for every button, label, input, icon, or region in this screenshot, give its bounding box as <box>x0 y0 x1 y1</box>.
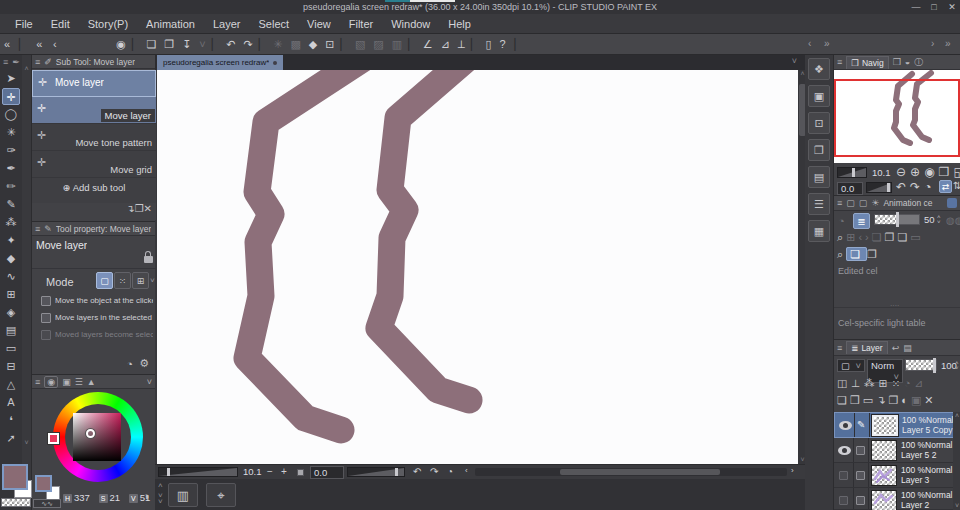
tab-color-set-icon[interactable]: ▣ <box>62 377 71 387</box>
delete-layer-icon[interactable]: ✕ <box>924 394 936 406</box>
canvas[interactable] <box>157 70 798 464</box>
open-file-icon[interactable]: ❐ <box>160 34 178 54</box>
next-cel-icon[interactable]: › <box>865 231 872 243</box>
new-layer-icon[interactable]: ❏ <box>837 394 850 406</box>
timeline-palette-button[interactable]: ▥ <box>168 483 198 507</box>
menu-view[interactable]: View <box>298 14 340 34</box>
unlock-icon[interactable] <box>144 256 153 263</box>
lock-cel-icon[interactable]: ⊞ <box>846 231 858 243</box>
fit-to-screen-icon[interactable]: ◱ <box>953 165 960 179</box>
zoom-out-button[interactable]: − <box>267 466 273 477</box>
subtool-menu-icon[interactable]: ≡ <box>35 57 40 67</box>
rotate-right-button[interactable]: ↷ <box>430 466 438 477</box>
document-tab[interactable]: pseudoregalia screen redraw* <box>157 55 283 70</box>
menu-edit[interactable]: Edit <box>42 14 79 34</box>
visibility-eye-icon[interactable] <box>839 421 852 430</box>
option-checkbox-2[interactable] <box>41 313 51 323</box>
dock-item-bank-icon[interactable]: ▤ <box>808 166 830 188</box>
lock-alpha-icon[interactable]: ⁙ <box>891 377 904 389</box>
tab-item-bank-icon[interactable]: ◒ <box>905 57 910 67</box>
tablet-mode-icon[interactable]: ▯ <box>482 34 496 54</box>
navigator-menu-icon[interactable]: ≡ <box>837 57 842 67</box>
zoom-slider[interactable] <box>158 467 238 477</box>
edit-cel-icon[interactable]: ❏ <box>846 247 867 261</box>
layer-checkbox[interactable] <box>856 496 865 505</box>
enable-mask-icon[interactable]: ◔ <box>904 377 914 389</box>
eyedropper-tool[interactable]: ✑ <box>2 142 20 159</box>
layer-menu-icon[interactable]: ≡ <box>837 343 842 353</box>
tab-layer[interactable]: ≣ Layer <box>846 341 887 354</box>
hue-marker[interactable] <box>48 433 59 444</box>
paste-cel-icon[interactable]: ▭ <box>910 231 923 243</box>
clip-to-layer-icon[interactable]: ◫ <box>837 377 851 389</box>
reset-rotation-button[interactable]: ◔ <box>447 466 453 477</box>
delete-subtool-icon[interactable]: ✕ <box>144 203 152 214</box>
crop-canvas-icon[interactable]: ⊡ <box>321 34 338 54</box>
right-dock-arrow-left-icon[interactable]: ‹ <box>808 34 811 54</box>
rotate-left-icon[interactable]: ↶ <box>896 180 910 194</box>
divider-grip-dots[interactable]: ···· <box>890 302 899 309</box>
far-right-arrow-icon[interactable]: › <box>931 34 934 54</box>
menu-select[interactable]: Select <box>250 14 299 34</box>
layer-opacity-spinner[interactable]: ˄˅ <box>955 361 959 371</box>
lock-layer-icon[interactable]: ⊞ <box>879 377 892 389</box>
hidden-visibility-checkbox[interactable] <box>839 496 848 505</box>
canvas-horizontal-scrollbar[interactable] <box>475 468 787 476</box>
stopwatch-icon[interactable]: ◔ <box>126 358 133 370</box>
rotate-right-icon[interactable]: ↷ <box>910 180 924 194</box>
navigator-rotation-slider[interactable] <box>866 182 892 193</box>
dock-quick-access-icon[interactable]: ❖ <box>808 58 830 80</box>
help-icon[interactable]: ? <box>496 34 510 54</box>
tab-list-caret-icon[interactable]: ˅ <box>792 56 797 66</box>
dock-collapse-left-2-icon[interactable]: « <box>32 34 46 54</box>
blend-tool[interactable]: ∿ <box>2 268 20 285</box>
tab-approx-color-icon[interactable]: ▲ <box>87 377 96 387</box>
fit-to-screen-button[interactable] <box>297 469 304 476</box>
colorwheel-caret-icon[interactable]: ˅ <box>147 377 152 387</box>
tab-color-slider-icon[interactable]: ☰ <box>75 377 83 387</box>
layer-thumbnail[interactable] <box>871 440 897 461</box>
tab-keyframe-icon[interactable]: ▢ <box>859 198 868 208</box>
tool-scroll-up-icon[interactable]: ˄ <box>22 55 31 72</box>
menu-layer[interactable]: Layer <box>204 14 250 34</box>
layer-scroll-down-icon[interactable]: ˅ <box>953 502 960 509</box>
menu-animation[interactable]: Animation <box>137 14 204 34</box>
add-sub-tool-button[interactable]: ⊕ Add sub tool <box>32 182 156 193</box>
new-file-icon[interactable]: ❏ <box>142 34 160 54</box>
layer-thumbnail[interactable] <box>871 490 897 510</box>
light-table-opacity-slider-left[interactable] <box>874 214 898 225</box>
colorwheel-menu-icon[interactable]: ≡ <box>35 377 40 387</box>
redo-icon[interactable]: ↷ <box>239 34 256 54</box>
color-history-strip[interactable]: ∿∿ <box>33 499 61 508</box>
zoom-100-icon[interactable]: ◉ <box>924 165 938 179</box>
auto-select-tool[interactable]: ✳ <box>2 124 20 141</box>
save-file-icon[interactable]: ↧ <box>178 34 195 54</box>
layer-thumbnail[interactable] <box>871 465 897 486</box>
fill-tool[interactable]: ◈ <box>2 304 20 321</box>
operation-tool[interactable]: ➤ <box>2 70 20 87</box>
layer-name[interactable]: Layer 5 2 <box>901 450 936 460</box>
palette-color-combo[interactable]: ▢ ˅ <box>837 359 865 372</box>
tab-color-wheel-icon[interactable]: ◉ <box>44 376 58 388</box>
hidden-visibility-checkbox[interactable] <box>839 471 848 480</box>
brush-tool[interactable]: ✎ <box>2 196 20 213</box>
right-dock-expand-icon[interactable]: » <box>824 34 830 54</box>
draft-layer-icon[interactable]: ⁂ <box>864 377 879 389</box>
tool-palette-scrollbar[interactable]: ˄ ˅ <box>22 55 31 510</box>
apply-mask-icon[interactable]: ▣ <box>911 394 924 406</box>
rotate-left-button[interactable]: ↶ <box>413 466 421 477</box>
layer-row[interactable]: 100 %Normal Layer 5 2 <box>834 438 960 463</box>
layer-name[interactable]: Layer 5 Copy <box>902 425 953 435</box>
strip-collapse-down-icon[interactable]: ˅˅ <box>158 493 163 505</box>
maximize-button[interactable]: □ <box>926 0 942 14</box>
import-subtool-icon[interactable]: ↴ <box>126 203 134 214</box>
flip-horizontal-button[interactable]: ⇄ <box>939 180 952 193</box>
zoom-out-icon[interactable]: ⊖ <box>896 165 910 179</box>
snap-grid-icon[interactable]: ⟂ <box>454 34 469 54</box>
hscroll-left-icon[interactable]: ‹ <box>465 466 468 475</box>
mode-caret-icon[interactable]: ˅ <box>150 276 155 285</box>
dock-arrow-left-icon[interactable]: ‹ <box>49 34 61 54</box>
navigator-zoom-slider[interactable] <box>837 167 867 178</box>
cel-color-icon[interactable]: ◍◍ <box>946 215 960 226</box>
layer-opacity-handle[interactable] <box>933 358 936 373</box>
